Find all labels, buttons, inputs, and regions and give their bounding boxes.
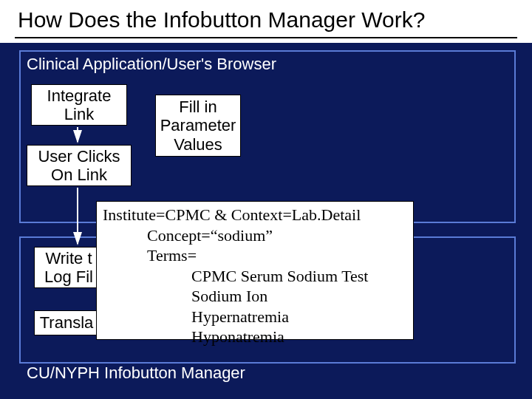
slide-title: How Does the Infobutton Manager Work?: [15, 6, 517, 38]
clinical-app-label: Clinical Application/User's Browser: [27, 55, 276, 74]
detail-terms-label: Terms=: [147, 245, 407, 266]
detail-term-1: CPMC Serum Sodium Test: [191, 266, 407, 287]
detail-concept: Concept=“sodium”: [147, 225, 407, 246]
detail-term-4: Hyponatremia: [191, 327, 407, 347]
infobutton-manager-label: CU/NYPH Infobutton Manager: [27, 364, 245, 383]
process-user-clicks: User Clicks On Link: [27, 145, 132, 186]
process-integrate-link: Integrate Link: [31, 84, 127, 126]
process-translate: Transla: [34, 310, 99, 335]
parameter-detail-box: Institute=CPMC & Context=Lab.Detail Conc…: [96, 201, 414, 340]
detail-term-3: Hypernatremia: [191, 307, 407, 327]
detail-term-2: Sodium Ion: [191, 286, 407, 307]
process-write-log: Write t Log Fil: [34, 247, 103, 288]
process-fill-in-parameters: Fill in Parameter Values: [155, 95, 241, 157]
detail-institute-context: Institute=CPMC & Context=Lab.Detail: [103, 205, 407, 225]
clinical-app-container: [19, 50, 516, 223]
